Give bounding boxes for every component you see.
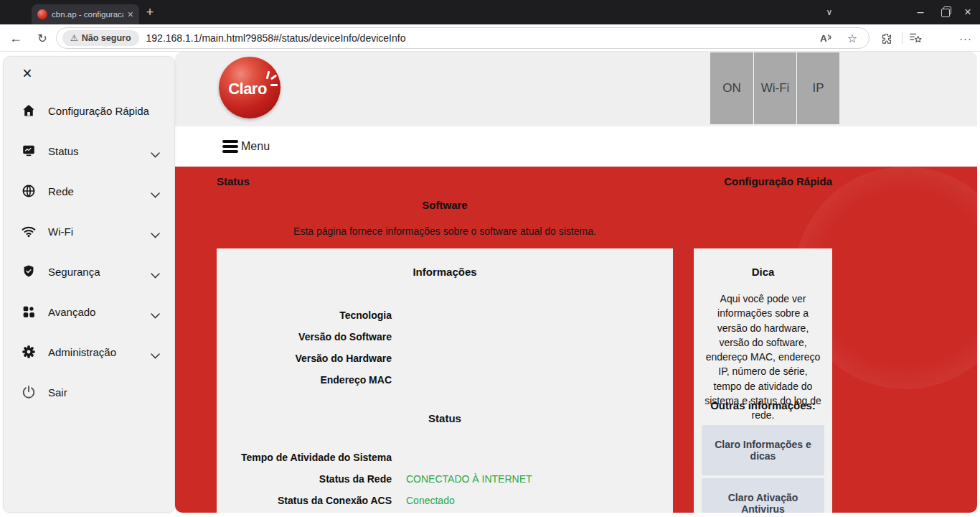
monitor-icon [21,143,37,159]
ip-button[interactable]: IP [796,52,839,124]
toolbar-divider [901,24,903,52]
row-label: Tempo de Atividade do Sistema [217,452,392,463]
restore-icon [941,9,948,16]
sidebar-item-label: Wi-Fi [48,225,73,238]
warning-icon: ⚠ [70,33,78,43]
status-quick-buttons: ON Wi-Fi IP [710,52,839,124]
network-status-value: CONECTADO À INTERNET [406,473,532,485]
tab-title: cbn.ap - configuracao-rapida - L [52,10,123,19]
home-icon [21,103,37,118]
row-label: Versão do Software [217,331,392,343]
tip-card: Dica Aqui você pode ver informações sobr… [694,248,832,513]
router-page: Claro ON Wi-Fi IP Menu Status Configur [0,52,980,517]
favorite-star-icon[interactable]: ☆ [847,32,857,45]
sidebar-item-label: Administração [48,346,116,358]
gear-icon [21,344,37,360]
row-label: Status da Rede [217,473,392,485]
browser-menu-icon[interactable]: ··· [956,24,976,52]
status-row: Status da Conexão ACS Conectado [217,490,673,511]
claro-favicon-icon [37,9,47,19]
info-row: Versão do Hardware [217,348,673,369]
status-row: Status da Rede CONECTADO À INTERNET [217,468,673,490]
extensions-icon[interactable] [877,24,895,52]
row-label: Status da Conexão ACS [217,495,392,506]
sidebar-item-sair[interactable]: Sair [4,372,174,412]
logo-dash [270,84,278,86]
sidebar-item-avancado[interactable]: Avançado [4,292,174,332]
sidebar-item-label: Configuração Rápida [48,105,149,117]
info-card-title: Informações [217,266,673,278]
logo-accent [266,71,270,79]
power-icon [21,384,37,400]
sidebar-item-wifi[interactable]: Wi-Fi [4,211,174,251]
page-title: Software [217,199,673,211]
browser-window: cbn.ap - configuracao-rapida - L × + ∨ –… [0,0,980,517]
info-row: Versão do Software [217,326,673,348]
info-card: Informações Tecnologia Versão do Softwar… [217,248,673,513]
sidebar-item-label: Status [48,145,79,157]
sidebar-item-status[interactable]: Status [4,131,174,171]
security-chip-label: Não seguro [82,33,131,43]
breadcrumb-right: Configuração Rápida [724,175,832,187]
status-row: Tempo de Atividade do Sistema [217,447,673,468]
sidebar-item-label: Rede [48,185,74,197]
tip-more-title: Outras informações: [694,399,832,411]
sidebar-item-administracao[interactable]: Administração [4,332,174,372]
wifi-button[interactable]: Wi-Fi [753,52,796,124]
minimize-button[interactable]: – [910,0,931,24]
on-button[interactable]: ON [710,52,753,124]
sidebar-item-configuracao-rapida[interactable]: Configuração Rápida [4,90,174,131]
page-description: Esta página fornece informações sobre o … [217,225,673,237]
chevron-down-icon [151,269,160,281]
main-content: Claro ON Wi-Fi IP Menu Status Configur [175,52,977,517]
chevron-down-icon [151,349,160,362]
grid-icon [21,304,37,320]
sidebar-item-rede[interactable]: Rede [4,171,174,211]
claro-antivirus-button[interactable]: Claro Ativação Antivirus [702,478,824,513]
chevron-down-icon [151,148,160,161]
chevron-down-icon [151,188,160,201]
hamburger-icon [222,140,238,153]
back-button[interactable]: ← [6,24,26,52]
sidebar-drawer: × Configuração Rápida Status [3,56,175,513]
refresh-button[interactable]: ↻ [32,24,52,52]
sidebar-item-label: Sair [48,386,67,399]
read-aloud-icon[interactable]: A [820,33,833,44]
row-label: Tecnologia [217,309,392,321]
restore-button[interactable] [934,0,956,24]
row-label: Endereço MAC [217,374,392,386]
chevron-down-icon [151,228,160,241]
wifi-icon [21,223,37,239]
browser-tab[interactable]: cbn.ap - configuracao-rapida - L × [32,4,139,24]
logo-accent [270,75,277,80]
browser-titlebar: cbn.ap - configuracao-rapida - L × + ∨ –… [0,0,980,24]
shield-check-icon [21,264,37,279]
tab-search-chevron-icon[interactable]: ∨ [819,0,839,24]
status-section-title: Status [217,412,673,424]
status-rows: Tempo de Atividade do Sistema Status da … [217,447,673,511]
browser-toolbar: ← ↻ ⚠ Não seguro 192.168.1.1/main.html?9… [0,24,980,52]
claro-logo-text: Claro [228,80,267,98]
info-row: Endereço MAC [217,369,673,391]
drawer-close-icon[interactable]: × [18,64,37,83]
claro-info-button[interactable]: Claro Informações e dicas [702,425,824,475]
sidebar-item-label: Segurança [48,266,100,278]
info-row: Tecnologia [217,304,673,326]
tip-card-title: Dica [694,266,832,278]
sidebar-nav: Configuração Rápida Status Rede [4,90,174,412]
address-bar[interactable]: ⚠ Não seguro 192.168.1.1/main.html?9858#… [56,27,870,49]
red-content-section: Status Configuração Rápida Software Esta… [175,167,977,513]
url-text: 192.168.1.1/main.html?9858#/status/devic… [146,32,820,44]
menu-bar[interactable]: Menu [175,126,977,167]
claro-logo: Claro [219,57,281,118]
tab-close-icon[interactable]: × [128,9,133,19]
window-close-button[interactable]: × [957,0,979,24]
new-tab-button[interactable]: + [141,3,159,22]
menu-label: Menu [241,140,270,153]
favorites-hub-icon[interactable] [905,24,925,52]
chevron-down-icon [151,309,160,322]
security-chip[interactable]: ⚠ Não seguro [62,30,139,46]
sidebar-item-label: Avançado [48,306,95,318]
breadcrumb-left: Status [217,175,250,187]
sidebar-item-seguranca[interactable]: Segurança [4,251,174,292]
